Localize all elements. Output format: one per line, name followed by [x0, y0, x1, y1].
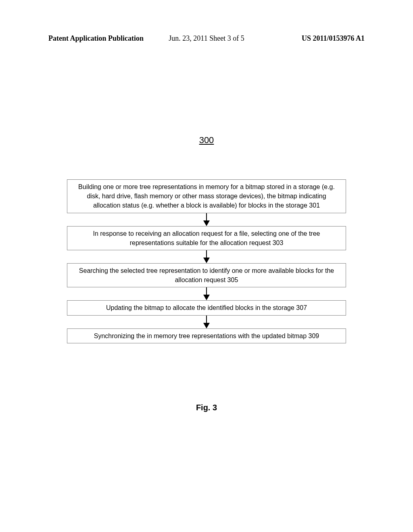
- figure-caption: Fig. 3: [196, 403, 217, 412]
- arrow-icon: [204, 250, 209, 263]
- flow-step-305: Searching the selected tree representati…: [67, 263, 346, 287]
- flow-step-309: Synchronizing the in memory tree represe…: [67, 328, 346, 343]
- header-right: US 2011/0153976 A1: [302, 34, 365, 43]
- arrow-icon: [204, 316, 209, 328]
- header-mid: Jun. 23, 2011 Sheet 3 of 5: [169, 34, 244, 43]
- flowchart: Building one or more tree representation…: [67, 179, 346, 343]
- flow-step-307: Updating the bitmap to allocate the iden…: [67, 300, 346, 315]
- page-header: Patent Application Publication Jun. 23, …: [0, 34, 413, 43]
- header-left: Patent Application Publication: [48, 34, 144, 42]
- flow-step-303: In response to receiving an allocation r…: [67, 226, 346, 250]
- arrow-icon: [204, 287, 209, 300]
- arrow-icon: [204, 213, 209, 226]
- diagram-reference-number: 300: [199, 135, 214, 145]
- flow-step-301: Building one or more tree representation…: [67, 179, 346, 213]
